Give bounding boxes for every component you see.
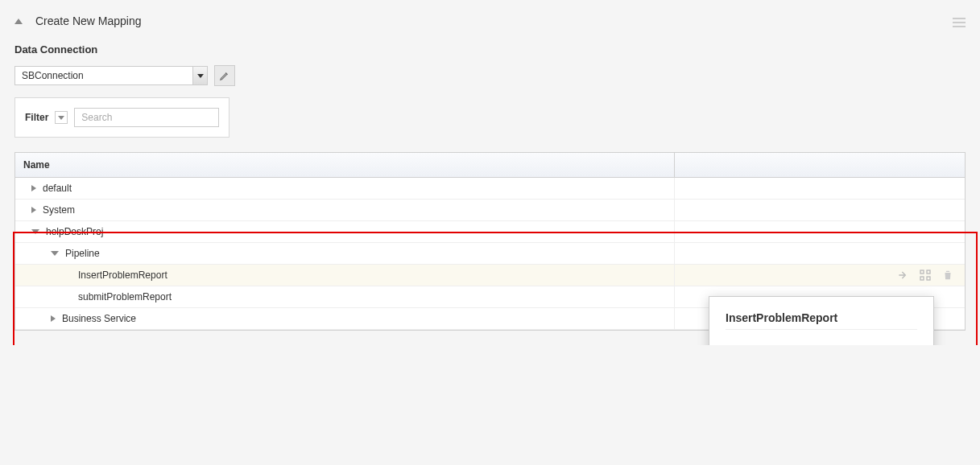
data-connection-value: SBConnection — [15, 70, 192, 81]
tree-node-label: InsertProblemReport — [78, 270, 167, 281]
tree-node-label: System — [43, 204, 75, 216]
map-icon[interactable] — [918, 268, 932, 282]
use-icon[interactable] — [895, 268, 910, 282]
collapse-toggle-icon[interactable] — [14, 19, 23, 24]
tree-node-label: submitProblemReport — [78, 291, 172, 302]
pencil-icon — [219, 70, 230, 81]
operation-popup: InsertProblemReport Operation Select Sel… — [709, 296, 934, 345]
svg-rect-1 — [927, 270, 930, 274]
tree-row-system[interactable]: System — [15, 200, 965, 221]
column-header-actions — [675, 153, 965, 177]
expand-icon[interactable] — [31, 207, 36, 213]
edit-connection-button[interactable] — [214, 65, 235, 86]
collapse-icon[interactable] — [31, 229, 39, 234]
tree-node-label: default — [43, 183, 72, 194]
svg-rect-3 — [927, 277, 930, 280]
filter-search-input[interactable] — [74, 108, 219, 127]
tree-node-label: Business Service — [62, 313, 136, 324]
tree-node-label: Pipeline — [65, 248, 100, 259]
collapse-icon[interactable] — [51, 251, 59, 256]
tree-row-insertproblemreport[interactable]: InsertProblemReport — [15, 265, 965, 286]
column-header-name[interactable]: Name — [15, 153, 675, 177]
popup-title: InsertProblemReport — [726, 311, 917, 324]
menu-icon[interactable] — [953, 18, 966, 27]
tree-row-pipeline[interactable]: Pipeline — [15, 243, 965, 265]
filter-type-dropdown[interactable] — [55, 111, 68, 124]
tree-node-label: helpDeskProj — [46, 226, 103, 237]
operation-label: Operation — [726, 344, 917, 345]
svg-rect-2 — [920, 277, 924, 280]
expand-icon[interactable] — [51, 315, 56, 322]
data-connection-dropdown-button[interactable] — [192, 67, 207, 84]
tree-row-default[interactable]: default — [15, 178, 965, 200]
data-connection-label: Data Connection — [14, 43, 966, 56]
delete-icon[interactable] — [941, 268, 955, 282]
expand-icon[interactable] — [31, 185, 36, 191]
svg-rect-0 — [920, 270, 924, 274]
data-connection-select[interactable]: SBConnection — [14, 66, 208, 85]
tree-row-helpdeskproj[interactable]: helpDeskProj — [15, 221, 965, 243]
filter-panel: Filter — [14, 97, 229, 138]
page-title: Create New Mapping — [35, 14, 142, 27]
filter-label: Filter — [25, 112, 48, 123]
